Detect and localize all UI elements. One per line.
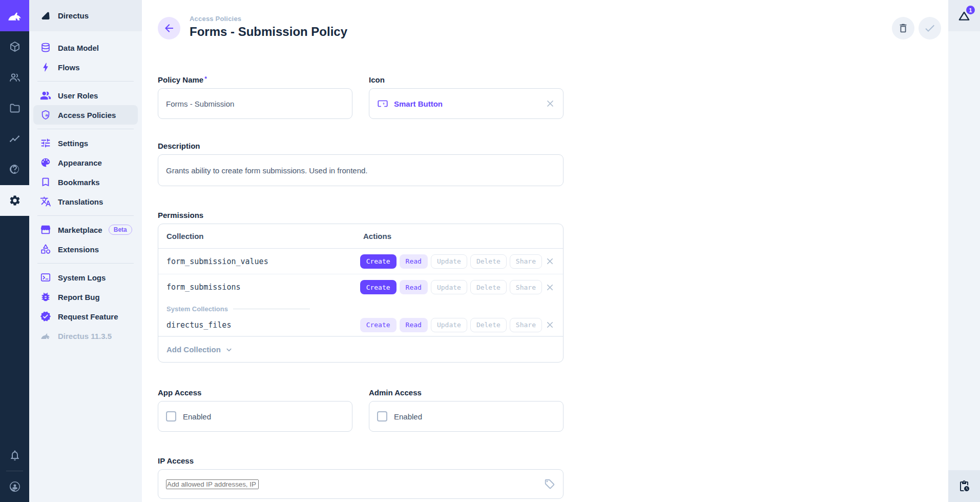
description-field: Description Grants ability to create for… xyxy=(158,142,564,186)
collection-name: form_submissions xyxy=(166,283,360,292)
icon-label: Icon xyxy=(369,75,564,84)
back-button[interactable] xyxy=(158,17,180,39)
module-insights[interactable] xyxy=(0,124,29,154)
checkbox-label: Enabled xyxy=(183,412,211,421)
sidebar-item-access-policies[interactable]: Access Policies xyxy=(33,105,138,125)
policy-name-input[interactable] xyxy=(166,99,344,108)
nav-divider xyxy=(37,81,134,82)
directus-logo[interactable] xyxy=(0,0,29,31)
sidebar-drawer-button[interactable]: 1 xyxy=(948,0,980,31)
sidebar-item-request-feature[interactable]: Request Feature xyxy=(33,307,138,326)
sidebar-item-label: Flows xyxy=(58,63,80,72)
module-content[interactable] xyxy=(0,31,29,62)
admin-access-checkbox[interactable] xyxy=(377,411,387,421)
sidebar-item-label: Extensions xyxy=(58,245,99,254)
check-icon xyxy=(924,22,936,34)
permission-delete-badge[interactable]: Delete xyxy=(470,254,507,269)
permission-delete-badge[interactable]: Delete xyxy=(470,280,507,294)
sidebar-item-bookmarks[interactable]: Bookmarks xyxy=(33,172,138,192)
permission-read-badge[interactable]: Read xyxy=(400,318,428,332)
module-users[interactable] xyxy=(0,62,29,93)
module-settings[interactable] xyxy=(0,185,29,216)
user-avatar-button[interactable] xyxy=(0,471,29,502)
nav-divider xyxy=(37,215,134,216)
permission-create-badge[interactable]: Create xyxy=(360,254,397,269)
sidebar-item-data-model[interactable]: Data Model xyxy=(33,38,138,57)
permission-share-badge[interactable]: Share xyxy=(510,254,542,269)
help-icon xyxy=(9,164,21,176)
app-access-toggle[interactable]: Enabled xyxy=(158,401,352,432)
clear-icon-button[interactable] xyxy=(545,98,555,109)
users-icon xyxy=(9,71,21,84)
permission-share-badge[interactable]: Share xyxy=(510,280,542,294)
sidebar-item-user-roles[interactable]: User Roles xyxy=(33,86,138,105)
sidebar-item-system-logs[interactable]: System Logs xyxy=(33,268,138,287)
column-header-actions: Actions xyxy=(363,232,391,240)
permission-read-badge[interactable]: Read xyxy=(400,254,428,269)
permission-update-badge[interactable]: Update xyxy=(431,280,467,294)
save-button[interactable] xyxy=(919,17,941,39)
sidebar-item-label: Data Model xyxy=(58,44,99,52)
permission-read-badge[interactable]: Read xyxy=(400,280,428,294)
ip-access-input[interactable] xyxy=(166,479,259,489)
table-row: form_submissions Create Read Update Dele… xyxy=(158,274,563,300)
bell-icon xyxy=(9,449,21,461)
trash-icon xyxy=(898,23,909,34)
policy-form: Policy Name* Icon Smart Button xyxy=(158,75,564,499)
shield-policy-icon xyxy=(39,109,52,121)
close-icon xyxy=(545,320,555,330)
permission-create-badge[interactable]: Create xyxy=(360,318,397,332)
permission-update-badge[interactable]: Update xyxy=(431,318,467,332)
bug-icon xyxy=(39,291,52,303)
sidebar-item-label: Settings xyxy=(58,139,88,148)
project-header[interactable]: Directus xyxy=(29,0,142,31)
sidebar-item-label: Marketplace xyxy=(58,226,102,234)
avatar-icon xyxy=(9,480,21,493)
sidebar-item-label: Access Policies xyxy=(58,111,116,119)
permissions-table-header: Collection Actions xyxy=(158,224,563,249)
storefront-icon xyxy=(39,224,52,236)
notifications-button[interactable] xyxy=(0,440,29,471)
permission-update-badge[interactable]: Update xyxy=(431,254,467,269)
remove-row-button[interactable] xyxy=(545,320,555,330)
sidebar-item-flows[interactable]: Flows xyxy=(33,57,138,77)
delete-button[interactable] xyxy=(892,17,914,39)
sidebar-item-appearance[interactable]: Appearance xyxy=(33,153,138,172)
sidebar-item-settings[interactable]: Settings xyxy=(33,133,138,153)
bolt-icon xyxy=(39,61,52,73)
required-asterisk: * xyxy=(204,75,207,83)
app-access-checkbox[interactable] xyxy=(166,411,176,421)
terminal-icon xyxy=(39,271,52,284)
permission-create-badge[interactable]: Create xyxy=(360,280,397,294)
sidebar-item-label: Report Bug xyxy=(58,293,100,302)
arrow-left-icon xyxy=(163,22,175,34)
module-files[interactable] xyxy=(0,93,29,124)
rabbit-icon xyxy=(39,330,52,342)
permission-share-badge[interactable]: Share xyxy=(510,318,542,332)
ip-access-field: IP Access xyxy=(158,456,564,499)
sidebar-item-label: User Roles xyxy=(58,91,98,100)
sidebar-item-translations[interactable]: Translations xyxy=(33,192,138,211)
palette-icon xyxy=(39,156,52,169)
sidebar-item-label: System Logs xyxy=(58,273,106,282)
description-textarea[interactable]: Grants ability to create form submission… xyxy=(158,154,564,186)
admin-access-field: Admin Access Enabled xyxy=(369,388,564,432)
chevron-down-icon xyxy=(224,345,234,354)
remove-row-button[interactable] xyxy=(545,283,555,292)
revisions-drawer-button[interactable] xyxy=(948,470,980,502)
app-access-field: App Access Enabled xyxy=(158,388,352,432)
add-collection-button[interactable]: Add Collection xyxy=(158,336,563,362)
page-header: Access Policies Forms - Submission Polic… xyxy=(142,0,948,39)
tune-icon xyxy=(39,137,52,149)
notification-count-badge: 1 xyxy=(966,6,975,14)
remove-row-button[interactable] xyxy=(545,256,555,266)
project-logo-icon xyxy=(40,10,51,22)
permission-delete-badge[interactable]: Delete xyxy=(470,318,507,332)
icon-select[interactable]: Smart Button xyxy=(369,88,564,119)
module-help[interactable] xyxy=(0,154,29,185)
breadcrumb[interactable]: Access Policies xyxy=(190,15,347,23)
sidebar-item-report-bug[interactable]: Report Bug xyxy=(33,287,138,307)
admin-access-toggle[interactable]: Enabled xyxy=(369,401,564,432)
sidebar-item-extensions[interactable]: Extensions xyxy=(33,239,138,259)
sidebar-item-marketplace[interactable]: Marketplace Beta xyxy=(33,220,138,239)
